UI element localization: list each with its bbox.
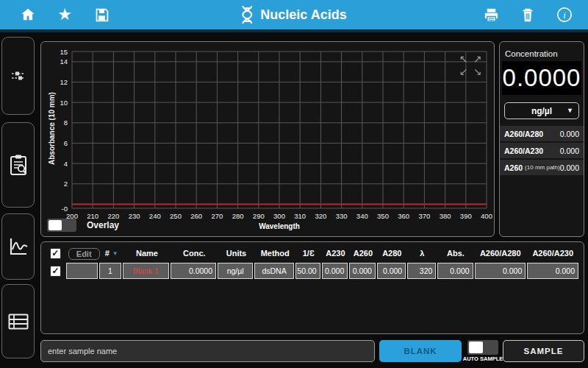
svg-text:4: 4 — [64, 160, 68, 168]
topbar-left-icons: ★ — [19, 6, 110, 24]
home-icon[interactable] — [19, 6, 37, 24]
ratio-row-a260-path: A260 (10 mm path) 0.000 — [500, 160, 584, 175]
page-title: Nucleic Acids — [260, 7, 346, 23]
ratio-row-a260-a280: A260/A280 0.000 — [500, 126, 584, 141]
col-header-lambda[interactable]: λ — [407, 249, 437, 258]
dna-icon — [241, 5, 253, 24]
table-header-row: ✓ Edit #▼ Name Conc. Units Method 1/Ɛ A2… — [41, 242, 584, 261]
svg-text:8: 8 — [64, 118, 68, 127]
sample-button[interactable]: SAMPLE — [503, 340, 584, 362]
cell-conc: 0.0000 — [171, 263, 217, 279]
cell-edit-spacer — [66, 263, 98, 279]
sort-descending-icon: ▼ — [112, 250, 118, 257]
cell-units: ng/µl — [218, 263, 253, 279]
ratio-row-a260-a230: A260/A230 0.000 — [500, 143, 584, 158]
svg-text:380: 380 — [440, 212, 451, 220]
units-selected-value: ng/µl — [531, 106, 552, 116]
col-header-a260-a280[interactable]: A260/A280 — [474, 249, 527, 258]
svg-text:12: 12 — [60, 78, 68, 86]
cell-name: Blank 1 — [123, 263, 169, 279]
blank-button[interactable]: BLANK — [379, 340, 462, 362]
svg-text:Wavelength: Wavelength — [259, 222, 300, 230]
svg-text:6: 6 — [64, 139, 68, 147]
sidebar-item-settings[interactable] — [1, 37, 35, 115]
col-header-name[interactable]: Name — [123, 249, 171, 258]
row-checkbox[interactable]: ✓ — [50, 266, 61, 277]
save-icon[interactable] — [93, 6, 110, 24]
svg-text:250: 250 — [170, 212, 182, 220]
svg-text:340: 340 — [356, 212, 368, 220]
auto-sample-toggle[interactable] — [467, 340, 498, 355]
overlay-label: Overlay — [87, 220, 119, 230]
concentration-label: Concentration — [505, 49, 584, 58]
sample-table-panel: ✓ Edit #▼ Name Conc. Units Method 1/Ɛ A2… — [40, 241, 584, 334]
svg-text:-0: -0 — [62, 205, 68, 213]
app-title-group: Nucleic Acids — [241, 0, 346, 29]
overlay-toggle[interactable] — [47, 219, 76, 232]
sample-name-input[interactable] — [40, 340, 375, 362]
col-header-method[interactable]: Method — [255, 249, 295, 258]
cell-a280: 0.000 — [377, 263, 406, 279]
ratio-value: 0.000 — [560, 146, 579, 155]
svg-text:i: i — [563, 10, 565, 21]
col-header-a280[interactable]: A280 — [377, 249, 407, 258]
svg-text:320: 320 — [315, 212, 326, 220]
svg-text:360: 360 — [398, 212, 409, 220]
table-row[interactable]: ✓ 1 Blank 1 0.0000 ng/µl dsDNA 50.00 0.0… — [41, 261, 584, 280]
svg-text:230: 230 — [129, 212, 140, 220]
table-icon — [8, 314, 29, 330]
cell-lambda: 320 — [407, 263, 436, 279]
clipboard-search-icon — [9, 154, 28, 176]
cell-inv-epsilon: 50.00 — [295, 263, 320, 279]
svg-text:300: 300 — [273, 212, 285, 220]
svg-text:310: 310 — [294, 212, 306, 220]
svg-text:330: 330 — [336, 212, 348, 220]
sidebar-item-spectrum[interactable] — [1, 213, 35, 280]
col-header-inv-epsilon[interactable]: 1/Ɛ — [295, 249, 322, 258]
cell-num: 1 — [99, 263, 121, 279]
ratio-value: 0.000 — [560, 130, 579, 138]
sidebar-item-samples[interactable] — [1, 122, 35, 208]
col-header-a260-a230[interactable]: A260/A230 — [527, 249, 580, 258]
print-icon[interactable] — [482, 6, 500, 24]
top-bar: ★ Nucleic Acids — [0, 0, 588, 32]
expand-arrows-icon[interactable]: ↖↗ ↙↘ — [456, 53, 484, 78]
info-icon[interactable]: i — [556, 6, 573, 24]
ratio-rows: A260/A280 0.000 A260/A230 0.000 A260 (10… — [500, 126, 584, 175]
select-all-checkbox[interactable]: ✓ — [50, 248, 61, 259]
svg-text:260: 260 — [190, 212, 202, 220]
auto-sample-control: AUTO SAMPLE — [456, 340, 509, 362]
chart-y-axis-label: Absorbance (10 mm) — [48, 63, 56, 195]
svg-text:370: 370 — [418, 212, 430, 220]
cell-abs: 0.000 — [437, 263, 473, 279]
col-header-units[interactable]: Units — [218, 249, 254, 258]
svg-text:240: 240 — [149, 212, 161, 220]
chevron-down-icon: ▼ — [567, 107, 573, 114]
col-header-abs[interactable]: Abs. — [437, 249, 474, 258]
col-header-a260[interactable]: A260 — [349, 249, 377, 258]
svg-text:280: 280 — [232, 212, 244, 220]
edit-button[interactable]: Edit — [68, 248, 100, 260]
cell-method: dsDNA — [254, 263, 294, 279]
col-header-a230[interactable]: A230 — [322, 249, 350, 258]
favorite-star-icon[interactable]: ★ — [56, 6, 74, 24]
concentration-value: 0.0000 — [502, 61, 581, 95]
col-header-num[interactable]: #▼ — [100, 249, 123, 258]
delete-icon[interactable] — [519, 6, 537, 24]
svg-text:2: 2 — [64, 180, 68, 188]
svg-text:290: 290 — [253, 212, 265, 220]
svg-text:15: 15 — [60, 48, 68, 56]
cell-a230: 0.000 — [322, 263, 348, 279]
svg-text:270: 270 — [211, 212, 223, 220]
results-panel: Concentration 0.0000 ng/µl ▼ A260/A280 0… — [499, 41, 584, 237]
units-dropdown[interactable]: ng/µl ▼ — [504, 102, 579, 119]
sidebar-item-table[interactable] — [1, 284, 35, 358]
svg-text:10: 10 — [60, 99, 68, 107]
svg-text:350: 350 — [377, 212, 389, 220]
absorbance-chart: 2002102202302402502602702802903003103203… — [41, 42, 494, 235]
auto-sample-label: AUTO SAMPLE — [456, 355, 509, 362]
svg-text:400: 400 — [481, 212, 492, 220]
spectrum-icon — [8, 236, 29, 257]
col-header-conc[interactable]: Conc. — [171, 249, 218, 258]
cell-a260-a230: 0.000 — [527, 263, 578, 279]
